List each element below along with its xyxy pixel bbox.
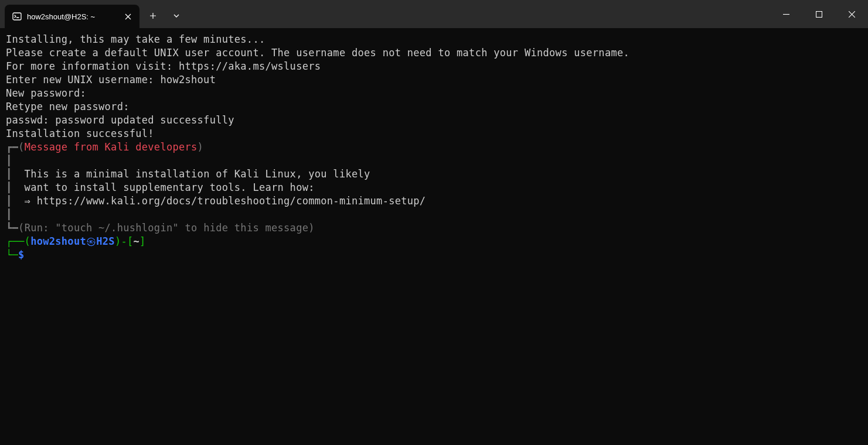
prompt-bracket: ] bbox=[139, 235, 146, 247]
output-line: For more information visit: https://aka.… bbox=[6, 60, 862, 73]
message-box-line: ┃ bbox=[6, 208, 862, 221]
svg-rect-0 bbox=[13, 13, 21, 20]
svg-rect-3 bbox=[816, 11, 822, 17]
prompt-dash: - bbox=[121, 235, 127, 247]
message-box-line: ┃ ⇒ https://www.kali.org/docs/troublesho… bbox=[6, 194, 862, 208]
prompt-border: └─ bbox=[6, 249, 18, 261]
tab-actions bbox=[139, 0, 190, 28]
prompt-host: H2S bbox=[96, 235, 115, 247]
box-border: ┃ bbox=[6, 182, 12, 193]
box-border: ┃ bbox=[6, 195, 12, 207]
message-text: want to install supplementary tools. Lea… bbox=[12, 182, 315, 193]
prompt-paren: ( bbox=[25, 235, 31, 247]
maximize-button[interactable] bbox=[802, 0, 835, 28]
message-box-top: ┏━(Message from Kali developers) bbox=[6, 141, 862, 154]
prompt-separator: ㉿ bbox=[86, 235, 96, 247]
prompt-bracket: [ bbox=[127, 235, 134, 247]
window-drag-region[interactable] bbox=[190, 0, 770, 28]
tab-title: how2shout@H2S: ~ bbox=[27, 12, 115, 21]
output-line: Please create a default UNIX user accoun… bbox=[6, 46, 862, 60]
paren: ) bbox=[308, 222, 315, 234]
terminal-icon bbox=[12, 11, 22, 22]
paren: ( bbox=[18, 222, 25, 234]
prompt-line-1: ┌──(how2shout㉿H2S)-[~] bbox=[6, 235, 862, 248]
tab-region: how2shout@H2S: ~ bbox=[0, 0, 139, 28]
close-button[interactable] bbox=[835, 0, 868, 28]
prompt-border: ┌── bbox=[6, 235, 25, 247]
prompt-paren: ) bbox=[115, 235, 121, 247]
box-border: ┏━ bbox=[6, 141, 18, 153]
message-footer: Run: "touch ~/.hushlogin" to hide this m… bbox=[25, 222, 309, 234]
minimize-button[interactable] bbox=[770, 0, 802, 28]
paren: ( bbox=[18, 141, 25, 153]
box-border: ┃ bbox=[6, 208, 12, 220]
terminal-tab[interactable]: how2shout@H2S: ~ bbox=[5, 5, 139, 28]
box-border: ┗━ bbox=[6, 222, 18, 234]
message-link: ⇒ https://www.kali.org/docs/troubleshoot… bbox=[12, 195, 426, 207]
terminal-output[interactable]: Installing, this may take a few minutes.… bbox=[0, 28, 868, 445]
message-box-line: ┃ bbox=[6, 154, 862, 167]
prompt-line-2: └─$ bbox=[6, 248, 862, 262]
message-box-bottom: ┗━(Run: "touch ~/.hushlogin" to hide thi… bbox=[6, 221, 862, 235]
titlebar: how2shout@H2S: ~ bbox=[0, 0, 868, 28]
output-line: Installation successful! bbox=[6, 127, 862, 141]
prompt-user: how2shout bbox=[30, 235, 86, 247]
box-border: ┃ bbox=[6, 168, 12, 180]
output-line: Enter new UNIX username: how2shout bbox=[6, 73, 862, 87]
message-box-line: ┃ This is a minimal installation of Kali… bbox=[6, 167, 862, 181]
message-box-line: ┃ want to install supplementary tools. L… bbox=[6, 181, 862, 194]
entered-username: how2shout bbox=[160, 74, 216, 85]
output-line: passwd: password updated successfully bbox=[6, 114, 862, 127]
new-tab-button[interactable] bbox=[142, 5, 164, 27]
box-border: ┃ bbox=[6, 155, 12, 166]
output-line: Retype new password: bbox=[6, 100, 862, 114]
message-header: Message from Kali developers bbox=[25, 141, 198, 153]
tab-dropdown-button[interactable] bbox=[165, 5, 188, 27]
prompt-symbol: $ bbox=[18, 249, 25, 261]
output-text: Enter new UNIX username: bbox=[6, 74, 160, 85]
output-line: Installing, this may take a few minutes.… bbox=[6, 33, 862, 46]
tab-close-button[interactable] bbox=[120, 8, 136, 25]
output-line: New password: bbox=[6, 87, 862, 100]
message-text: This is a minimal installation of Kali L… bbox=[12, 168, 370, 180]
prompt-path: ~ bbox=[134, 235, 140, 247]
window-controls bbox=[770, 0, 868, 28]
paren: ) bbox=[198, 141, 204, 153]
